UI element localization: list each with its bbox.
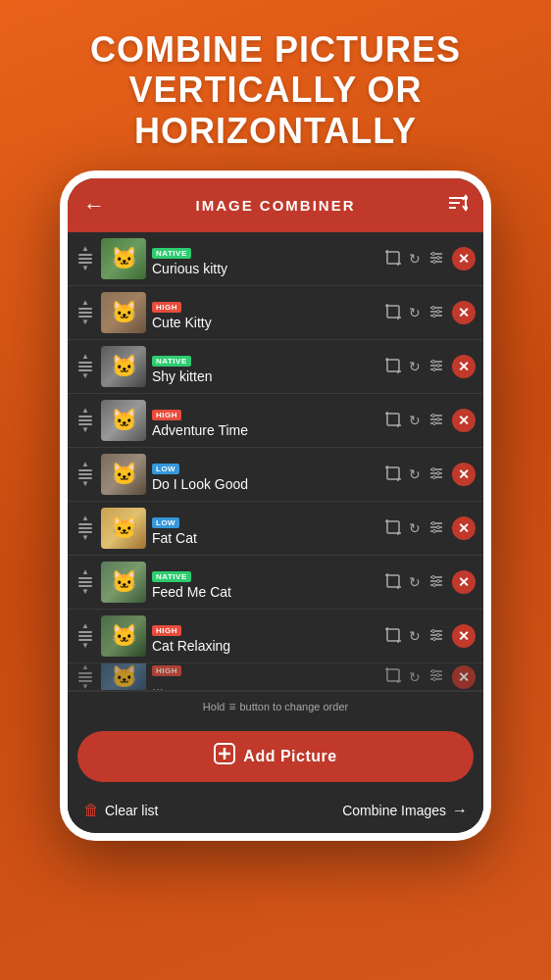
crop-icon[interactable] (385, 358, 401, 376)
item-info: HIGH Cat Relaxing (152, 619, 379, 654)
hero-line2: VERTICALLY OR (90, 70, 461, 110)
sort-button[interactable] (446, 192, 468, 219)
svg-point-36 (433, 368, 436, 370)
svg-point-58 (433, 475, 436, 478)
crop-icon[interactable] (385, 466, 401, 484)
rotate-icon[interactable]: ↻ (409, 628, 421, 644)
crop-icon[interactable] (385, 519, 401, 538)
delete-button[interactable]: ✕ (452, 624, 476, 648)
settings-icon[interactable] (428, 466, 444, 484)
rotate-icon[interactable]: ↻ (409, 413, 421, 428)
clear-list-button[interactable]: 🗑 Clear list (83, 802, 158, 819)
list-item: ▲ ▼ 🐱 NATIVE Curious kitty (68, 232, 483, 286)
delete-button[interactable]: ✕ (452, 247, 476, 270)
rotate-icon[interactable]: ↻ (409, 520, 421, 536)
delete-button[interactable]: ✕ (452, 665, 476, 689)
item-info: HIGH Cute Kitty (152, 296, 379, 330)
item-actions: ↻ ✕ (385, 570, 476, 594)
item-name: Do I Look Good (152, 476, 379, 492)
app-header: ← IMAGE COMBINER (68, 178, 483, 232)
svg-point-56 (432, 467, 435, 470)
drag-handle[interactable]: ▲ ▼ (75, 568, 95, 596)
svg-point-80 (433, 583, 436, 586)
svg-point-69 (433, 529, 436, 532)
combine-arrow-icon: → (452, 802, 468, 819)
delete-button[interactable]: ✕ (452, 463, 476, 486)
delete-button[interactable]: ✕ (452, 516, 476, 540)
rotate-icon[interactable]: ↻ (409, 359, 421, 374)
hero-line3: HORIZONTALLY (90, 111, 461, 151)
bottom-bar: 🗑 Clear list Combine Images → (68, 792, 483, 833)
drag-handle[interactable]: ▲ ▼ (75, 353, 95, 380)
settings-icon[interactable] (428, 627, 444, 646)
settings-icon[interactable] (428, 519, 444, 538)
quality-badge: HIGH (152, 302, 181, 313)
svg-point-79 (437, 579, 440, 582)
settings-icon[interactable] (428, 667, 444, 686)
list-item: ▲ ▼ 🐱 LOW Do I Look Good (68, 448, 483, 502)
item-info: LOW Fat Cat (152, 512, 379, 546)
delete-button[interactable]: ✕ (452, 355, 476, 378)
svg-rect-70 (387, 575, 399, 587)
drag-handle[interactable]: ▲ ▼ (75, 663, 95, 691)
rotate-icon[interactable]: ↻ (409, 251, 421, 267)
crop-icon[interactable] (385, 412, 401, 430)
svg-point-35 (437, 364, 440, 367)
crop-icon[interactable] (385, 573, 401, 592)
settings-icon[interactable] (428, 358, 444, 376)
delete-button[interactable]: ✕ (452, 409, 476, 432)
drag-handle[interactable]: ▲ ▼ (75, 245, 95, 272)
add-picture-icon (214, 743, 235, 770)
svg-rect-48 (387, 467, 399, 479)
item-actions: ↻ ✕ (385, 665, 476, 689)
drag-handle[interactable]: ▲ ▼ (75, 622, 95, 650)
item-info: NATIVE Feed Me Cat (152, 565, 379, 600)
drag-handle[interactable]: ▲ ▼ (75, 299, 95, 326)
svg-rect-4 (387, 252, 399, 264)
svg-rect-26 (387, 360, 399, 371)
list-item: ▲ ▼ 🐱 HIGH ... (68, 663, 483, 691)
clear-list-label: Clear list (105, 803, 158, 818)
app-title: IMAGE COMBINER (196, 197, 356, 214)
combine-images-button[interactable]: Combine Images → (342, 802, 468, 819)
crop-icon[interactable] (385, 304, 401, 322)
quality-badge: NATIVE (152, 571, 191, 582)
list-item: ▲ ▼ 🐱 NATIVE Feed Me Cat (68, 556, 483, 610)
rotate-icon[interactable]: ↻ (409, 305, 421, 320)
settings-icon[interactable] (428, 304, 444, 322)
rotate-icon[interactable]: ↻ (409, 466, 421, 482)
svg-rect-15 (387, 306, 399, 318)
crop-icon[interactable] (385, 627, 401, 646)
crop-icon[interactable] (385, 667, 401, 686)
item-name: ... (152, 678, 379, 691)
hint-bar: Hold ≡ button to change order (68, 691, 483, 721)
item-actions: ↻ ✕ (385, 301, 476, 324)
drag-handle[interactable]: ▲ ▼ (75, 514, 95, 542)
settings-icon[interactable] (428, 412, 444, 430)
item-actions: ↻ ✕ (385, 409, 476, 432)
add-picture-button[interactable]: Add Picture (77, 731, 474, 782)
delete-button[interactable]: ✕ (452, 301, 476, 324)
hero-section: COMBINE PICTURES VERTICALLY OR HORIZONTA… (71, 0, 480, 171)
crop-icon[interactable] (385, 250, 401, 269)
rotate-icon[interactable]: ↻ (409, 669, 421, 685)
list-item: ▲ ▼ 🐱 NATIVE Shy kitten (68, 340, 483, 394)
delete-button[interactable]: ✕ (452, 570, 476, 594)
rotate-icon[interactable]: ↻ (409, 574, 421, 590)
settings-icon[interactable] (428, 250, 444, 269)
item-thumbnail: 🐱 (101, 663, 146, 691)
item-info: NATIVE Curious kitty (152, 242, 379, 276)
item-thumbnail: 🐱 (101, 346, 146, 387)
back-button[interactable]: ← (83, 193, 105, 219)
settings-icon[interactable] (428, 573, 444, 592)
svg-point-90 (437, 633, 440, 636)
drag-handle[interactable]: ▲ ▼ (75, 461, 95, 488)
quality-badge: HIGH (152, 625, 181, 636)
list-item: ▲ ▼ 🐱 HIGH Cat Relaxing (68, 610, 483, 663)
item-name: Feed Me Cat (152, 584, 379, 600)
quality-badge: NATIVE (152, 248, 191, 259)
quality-badge: HIGH (152, 665, 181, 676)
item-info: NATIVE Shy kitten (152, 350, 379, 384)
quality-badge: HIGH (152, 410, 181, 420)
drag-handle[interactable]: ▲ ▼ (75, 407, 95, 434)
